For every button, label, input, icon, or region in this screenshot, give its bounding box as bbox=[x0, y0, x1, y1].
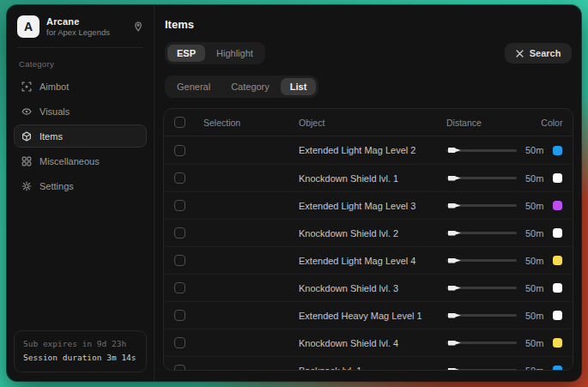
grid-icon bbox=[21, 156, 32, 166]
sidebar-item-settings[interactable]: Settings bbox=[14, 174, 147, 197]
row-checkbox[interactable] bbox=[174, 145, 185, 156]
row-checkbox[interactable] bbox=[174, 310, 185, 321]
table-row: Backpack lvl. 150m bbox=[164, 356, 573, 371]
distance-slider[interactable] bbox=[446, 174, 517, 183]
color-swatch[interactable] bbox=[553, 311, 562, 320]
tab-general[interactable]: General bbox=[167, 78, 220, 95]
distance-value: 50m bbox=[525, 201, 543, 211]
sidebar-item-items[interactable]: Items bbox=[14, 124, 147, 148]
x-icon bbox=[516, 50, 524, 57]
distance-slider[interactable] bbox=[446, 339, 517, 348]
row-checkbox[interactable] bbox=[174, 200, 185, 211]
row-checkbox[interactable] bbox=[174, 337, 185, 348]
desktop-background: A Arcane for Apex Legends Category Aimbo… bbox=[0, 0, 588, 387]
app-header: A Arcane for Apex Legends bbox=[17, 15, 143, 48]
distance-slider[interactable] bbox=[446, 284, 517, 293]
distance-value: 50m bbox=[525, 338, 543, 348]
sidebar: A Arcane for Apex Legends Category Aimbo… bbox=[7, 5, 155, 381]
table-row: Knockdown Shield lvl. 350m bbox=[164, 274, 573, 301]
controls-row: ESPHighlight Search bbox=[165, 42, 572, 64]
table-body: Extended Light Mag Level 250mKnockdown S… bbox=[164, 136, 573, 371]
sidebar-item-label: Items bbox=[39, 131, 63, 142]
pin-icon[interactable] bbox=[133, 21, 143, 32]
row-checkbox[interactable] bbox=[174, 255, 185, 266]
tab-category[interactable]: Category bbox=[221, 78, 279, 95]
mode-toggle: ESPHighlight bbox=[165, 42, 265, 64]
search-button[interactable]: Search bbox=[505, 43, 573, 63]
column-header-color: Color bbox=[525, 118, 562, 128]
object-name: Backpack lvl. 1 bbox=[299, 366, 446, 372]
object-name: Extended Light Mag Level 2 bbox=[299, 145, 446, 155]
row-checkbox[interactable] bbox=[174, 172, 185, 184]
table-row: Extended Light Mag Level 250m bbox=[164, 136, 573, 164]
color-swatch[interactable] bbox=[553, 283, 562, 293]
object-name: Extended Heavy Mag Level 1 bbox=[299, 311, 446, 321]
color-swatch[interactable] bbox=[553, 228, 562, 238]
distance-value: 50m bbox=[525, 366, 543, 372]
cube-icon bbox=[21, 131, 32, 142]
view-tabs: GeneralCategoryList bbox=[165, 76, 318, 98]
table-row: Knockdown Shield lvl. 250m bbox=[164, 219, 573, 246]
sub-expiry-text: Sub expires in 9d 23h bbox=[23, 337, 137, 351]
distance-value: 50m bbox=[525, 145, 543, 155]
tab-list[interactable]: List bbox=[281, 78, 317, 95]
distance-slider[interactable] bbox=[446, 311, 517, 320]
color-swatch[interactable] bbox=[553, 338, 562, 348]
table-row: Extended Heavy Mag Level 150m bbox=[164, 301, 573, 329]
distance-value: 50m bbox=[525, 173, 543, 184]
slider-thumb[interactable] bbox=[448, 148, 461, 153]
sidebar-item-label: Aimbot bbox=[39, 82, 69, 92]
sidebar-item-label: Miscellaneous bbox=[39, 156, 100, 166]
color-swatch[interactable] bbox=[553, 201, 562, 210]
table-row: Extended Light Mag Level 350m bbox=[164, 191, 573, 219]
distance-slider[interactable] bbox=[446, 202, 517, 210]
distance-value: 50m bbox=[525, 283, 543, 293]
items-table: Selection Object Distance Color Extended… bbox=[163, 108, 573, 371]
distance-slider[interactable] bbox=[446, 366, 517, 372]
sidebar-nav: AimbotVisualsItemsMiscellaneousSettings bbox=[7, 75, 154, 197]
distance-slider[interactable] bbox=[446, 229, 517, 238]
tabs-row: GeneralCategoryList bbox=[165, 76, 572, 98]
object-name: Extended Light Mag Level 4 bbox=[299, 256, 446, 266]
session-info-box: Sub expires in 9d 23h Session duration 3… bbox=[14, 330, 147, 372]
distance-value: 50m bbox=[525, 311, 543, 321]
distance-value: 50m bbox=[525, 228, 543, 239]
app-window: A Arcane for Apex Legends Category Aimbo… bbox=[7, 5, 581, 381]
table-row: Knockdown Shield lvl. 150m bbox=[164, 164, 573, 191]
sidebar-item-label: Visuals bbox=[39, 106, 70, 117]
column-header-object: Object bbox=[299, 118, 446, 128]
app-name: Arcane bbox=[46, 16, 110, 27]
column-header-selection: Selection bbox=[203, 118, 299, 128]
distance-slider[interactable] bbox=[446, 257, 517, 265]
search-button-label: Search bbox=[530, 48, 561, 58]
gear-icon bbox=[21, 181, 32, 191]
main-panel: Items ESPHighlight Search GeneralCategor… bbox=[155, 5, 581, 381]
mode-tab-esp[interactable]: ESP bbox=[167, 45, 205, 62]
color-swatch[interactable] bbox=[553, 146, 562, 155]
distance-value: 50m bbox=[525, 256, 543, 266]
app-subtitle: for Apex Legends bbox=[46, 27, 110, 37]
distance-slider[interactable] bbox=[446, 146, 517, 154]
table-row: Extended Light Mag Level 450m bbox=[164, 246, 573, 274]
column-header-distance: Distance bbox=[446, 118, 525, 128]
category-label: Category bbox=[19, 59, 142, 69]
color-swatch[interactable] bbox=[553, 256, 562, 265]
sidebar-item-miscellaneous[interactable]: Miscellaneous bbox=[14, 149, 147, 172]
sidebar-item-visuals[interactable]: Visuals bbox=[14, 100, 147, 123]
object-name: Knockdown Shield lvl. 4 bbox=[299, 338, 446, 348]
color-swatch[interactable] bbox=[553, 366, 562, 371]
object-name: Extended Light Mag Level 3 bbox=[299, 201, 446, 211]
page-title: Items bbox=[165, 18, 573, 31]
object-name: Knockdown Shield lvl. 2 bbox=[299, 228, 446, 239]
crosshair-icon bbox=[21, 82, 32, 92]
object-name: Knockdown Shield lvl. 3 bbox=[299, 283, 446, 293]
session-duration-text: Session duration 3m 14s bbox=[23, 351, 137, 365]
row-checkbox[interactable] bbox=[174, 365, 185, 371]
mode-tab-highlight[interactable]: Highlight bbox=[207, 45, 263, 62]
row-checkbox[interactable] bbox=[174, 227, 185, 239]
color-swatch[interactable] bbox=[553, 173, 562, 183]
sidebar-item-aimbot[interactable]: Aimbot bbox=[14, 75, 147, 98]
table-header: Selection Object Distance Color bbox=[164, 109, 573, 136]
row-checkbox[interactable] bbox=[174, 282, 185, 293]
select-all-checkbox[interactable] bbox=[174, 117, 185, 128]
